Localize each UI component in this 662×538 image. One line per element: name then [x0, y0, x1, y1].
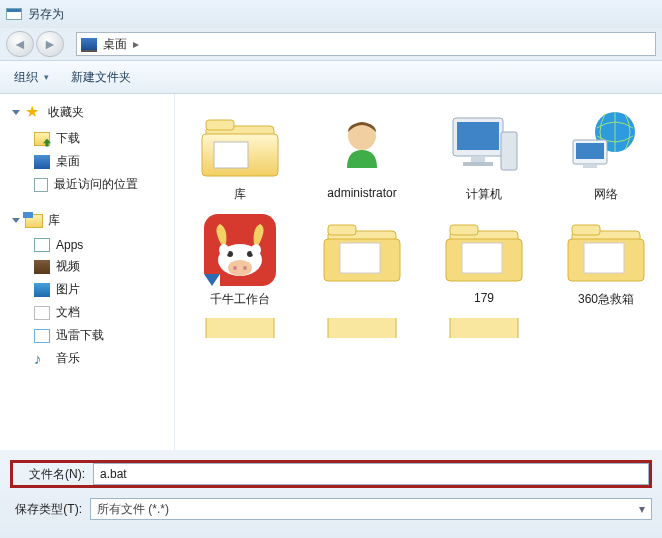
item-360[interactable]: 360急救箱: [551, 213, 661, 308]
filetype-value: 所有文件 (*.*): [97, 501, 169, 518]
library-icon: [25, 214, 43, 228]
item-partial3[interactable]: [429, 318, 539, 338]
icon-grid: 库 administrator: [185, 108, 652, 338]
file-pane[interactable]: 库 administrator: [175, 94, 662, 450]
item-partial1[interactable]: [185, 318, 295, 338]
desktop-icon: [34, 155, 50, 169]
folder-icon: [439, 213, 529, 287]
sidebar-item-xunlei[interactable]: 迅雷下载: [6, 324, 168, 347]
body: ★ 收藏夹 下载 桌面 最近访问的位置: [0, 94, 662, 450]
item-qianniu[interactable]: 千牛工作台: [185, 213, 295, 308]
sidebar-item-downloads[interactable]: 下载: [6, 127, 168, 150]
address-bar[interactable]: 桌面 ▸: [76, 32, 656, 56]
item-blank1[interactable]: [307, 213, 417, 308]
apps-icon: [34, 238, 50, 252]
svg-rect-35: [584, 243, 624, 273]
libraries-label: 库: [48, 212, 60, 229]
folder-icon: [561, 213, 651, 287]
item-administrator[interactable]: administrator: [307, 108, 417, 203]
item-179[interactable]: 179: [429, 213, 539, 308]
qianniu-icon: [195, 213, 285, 287]
svg-point-22: [251, 244, 261, 256]
svg-rect-9: [501, 132, 517, 170]
video-icon: [34, 260, 50, 274]
sidebar-item-music[interactable]: ♪ 音乐: [6, 347, 168, 370]
svg-rect-1: [206, 120, 234, 130]
folder-icon: [317, 213, 407, 287]
videos-label: 视频: [56, 258, 80, 275]
sidebar-item-pictures[interactable]: 图片: [6, 278, 168, 301]
svg-rect-7: [471, 156, 485, 162]
item-label: 360急救箱: [578, 291, 634, 308]
libraries-group: 库 Apps 视频 图片 文档: [6, 212, 168, 370]
svg-point-21: [219, 244, 229, 256]
xunlei-label: 迅雷下载: [56, 327, 104, 344]
apps-label: Apps: [56, 238, 83, 252]
favorites-header[interactable]: ★ 收藏夹: [6, 104, 168, 121]
window-title: 另存为: [28, 6, 64, 23]
svg-rect-6: [457, 122, 499, 150]
new-folder-button[interactable]: 新建文件夹: [71, 69, 131, 86]
downloads-icon: [34, 132, 50, 146]
svg-rect-27: [340, 243, 380, 273]
item-network[interactable]: 网络: [551, 108, 661, 203]
documents-icon: [34, 306, 50, 320]
item-label: 179: [474, 291, 494, 305]
item-label: administrator: [327, 186, 396, 200]
folder-icon: [439, 318, 529, 338]
svg-point-19: [233, 266, 237, 270]
filename-input[interactable]: [93, 463, 649, 485]
favorites-group: ★ 收藏夹 下载 桌面 最近访问的位置: [6, 104, 168, 196]
sidebar-item-videos[interactable]: 视频: [6, 255, 168, 278]
svg-rect-29: [450, 225, 478, 235]
forward-button[interactable]: ►: [36, 31, 64, 57]
toolbar: 组织 新建文件夹: [0, 60, 662, 94]
filename-row: 文件名(N):: [10, 460, 652, 488]
item-label: 库: [234, 186, 246, 203]
favorites-label: 收藏夹: [48, 104, 84, 121]
music-icon: ♪: [34, 352, 50, 366]
sidebar-item-documents[interactable]: 文档: [6, 301, 168, 324]
sidebar-item-recent[interactable]: 最近访问的位置: [6, 173, 168, 196]
pictures-label: 图片: [56, 281, 80, 298]
libraries-header[interactable]: 库: [6, 212, 168, 229]
save-as-dialog: 另存为 ◄ ► 桌面 ▸ 组织 新建文件夹 ★ 收藏夹: [0, 0, 662, 538]
computer-icon: [439, 108, 529, 182]
item-partial2[interactable]: [307, 318, 417, 338]
filename-label: 文件名(N):: [13, 466, 93, 483]
libraries-folder-icon: [195, 108, 285, 182]
breadcrumb-separator: ▸: [133, 37, 139, 51]
desktop-icon: [81, 38, 97, 50]
sidebar-item-desktop[interactable]: 桌面: [6, 150, 168, 173]
back-button[interactable]: ◄: [6, 31, 34, 57]
svg-point-16: [228, 260, 252, 276]
svg-rect-3: [214, 142, 248, 168]
user-icon: [317, 108, 407, 182]
item-computer[interactable]: 计算机: [429, 108, 539, 203]
title-bar: 另存为: [0, 0, 662, 28]
pictures-icon: [34, 283, 50, 297]
svg-rect-31: [462, 243, 502, 273]
filetype-combo[interactable]: 所有文件 (*.*): [90, 498, 652, 520]
item-libraries[interactable]: 库: [185, 108, 295, 203]
window-icon: [6, 8, 22, 20]
footer: 文件名(N): 保存类型(T): 所有文件 (*.*): [0, 450, 662, 538]
star-icon: ★: [25, 105, 43, 121]
item-label: 千牛工作台: [210, 291, 270, 308]
svg-point-20: [243, 266, 247, 270]
sidebar: ★ 收藏夹 下载 桌面 最近访问的位置: [0, 94, 175, 450]
folder-icon: [195, 318, 285, 338]
caret-icon: [12, 110, 20, 115]
nav-buttons: ◄ ►: [6, 31, 68, 57]
svg-rect-40: [450, 318, 518, 338]
network-icon: [561, 108, 651, 182]
svg-rect-12: [576, 143, 604, 159]
organize-button[interactable]: 组织: [14, 69, 49, 86]
sidebar-item-apps[interactable]: Apps: [6, 235, 168, 255]
xunlei-icon: [34, 329, 50, 343]
svg-rect-13: [583, 164, 597, 168]
nav-row: ◄ ► 桌面 ▸: [0, 28, 662, 60]
desktop-label: 桌面: [56, 153, 80, 170]
documents-label: 文档: [56, 304, 80, 321]
downloads-label: 下载: [56, 130, 80, 147]
